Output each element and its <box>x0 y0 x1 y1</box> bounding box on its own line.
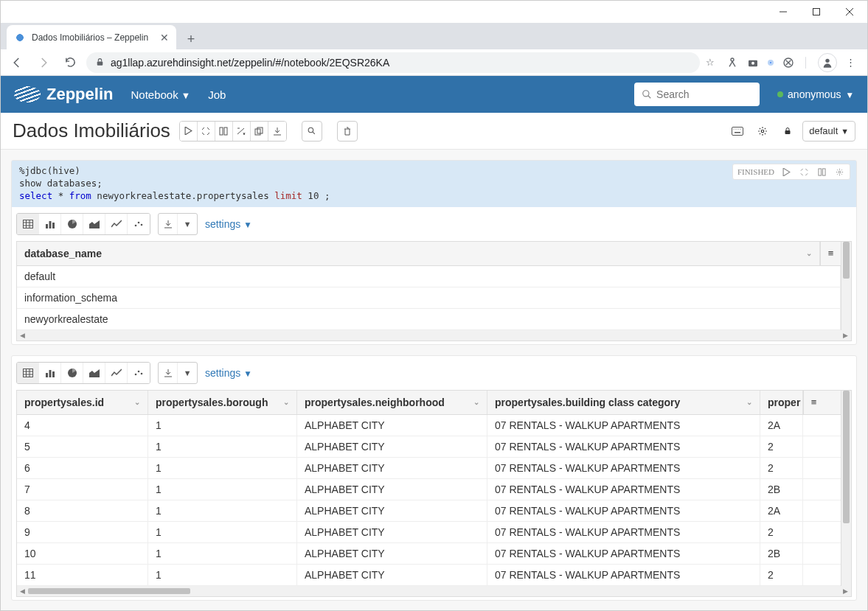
table-view-button[interactable] <box>17 363 39 383</box>
table-row[interactable]: newyorkrealestate <box>17 309 841 330</box>
keyboard-icon[interactable] <box>727 121 748 142</box>
window-maximize-button[interactable] <box>799 1 833 22</box>
cell: 07 RENTALS - WALKUP APARTMENTS <box>487 565 760 585</box>
col-header[interactable]: proper <box>760 391 803 414</box>
download-button[interactable] <box>159 214 178 234</box>
table-row[interactable]: 91ALPHABET CITY07 RENTALS - WALKUP APART… <box>17 522 841 543</box>
table-row[interactable]: 41ALPHABET CITY07 RENTALS - WALKUP APART… <box>17 415 841 436</box>
col-header[interactable]: propertysales.neighborhood⌄ <box>297 391 487 414</box>
table-row[interactable]: 71ALPHABET CITY07 RENTALS - WALKUP APART… <box>17 479 841 500</box>
back-button[interactable] <box>7 52 27 73</box>
result-settings-link[interactable]: settings ▼ <box>205 218 252 230</box>
close-icon[interactable]: ✕ <box>160 32 169 43</box>
cancel-icon[interactable] <box>782 57 794 69</box>
delete-note-button[interactable] <box>337 121 358 142</box>
star-icon[interactable]: ☆ <box>706 57 715 68</box>
run-paragraph-button[interactable] <box>780 166 792 178</box>
cell: 7 <box>17 479 148 500</box>
clone-note-button[interactable] <box>251 122 268 141</box>
bar-chart-button[interactable] <box>39 363 61 383</box>
chrome-address-bar: ag1llap.azurehdinsight.net/zeppelin/#/no… <box>1 49 867 76</box>
table-menu-button[interactable]: ≡ <box>820 242 841 265</box>
show-hide-code-button[interactable] <box>198 122 215 141</box>
area-chart-button[interactable] <box>83 363 105 383</box>
chevron-down-icon[interactable]: ⌄ <box>746 398 752 406</box>
scatter-chart-button[interactable] <box>128 363 150 383</box>
cell: 07 RENTALS - WALKUP APARTMENTS <box>487 458 760 478</box>
notebook-dropdown[interactable]: Notebook ▼ <box>131 88 190 101</box>
cell: ALPHABET CITY <box>297 436 487 457</box>
address-bar[interactable]: ag1llap.azurehdinsight.net/zeppelin/#/no… <box>86 52 700 73</box>
pie-chart-button[interactable] <box>61 363 83 383</box>
forward-button[interactable] <box>33 52 54 73</box>
ext-icon[interactable] <box>726 57 738 69</box>
interpreter-binding-dropdown[interactable]: default▼ <box>802 121 855 142</box>
record-icon[interactable] <box>768 60 774 66</box>
cell: 07 RENTALS - WALKUP APARTMENTS <box>487 500 760 521</box>
note-title[interactable]: Dados Imobiliários <box>13 119 170 142</box>
export-note-button[interactable] <box>268 122 286 141</box>
camera-icon[interactable] <box>747 57 759 69</box>
vertical-scrollbar[interactable] <box>841 242 851 330</box>
chevron-down-icon[interactable]: ⌄ <box>283 398 289 406</box>
cell: 4 <box>17 415 148 436</box>
cell: newyorkrealestate <box>17 309 841 329</box>
lock-icon[interactable] <box>777 121 798 142</box>
col-header[interactable]: propertysales.building class category⌄ <box>487 391 760 414</box>
area-chart-button[interactable] <box>83 214 105 234</box>
col-header[interactable]: propertysales.id⌄ <box>17 391 148 414</box>
table-row[interactable]: default <box>17 266 841 287</box>
search-code-button[interactable] <box>302 121 322 142</box>
download-button[interactable] <box>159 363 178 383</box>
svg-rect-15 <box>220 128 223 135</box>
chevron-down-icon[interactable]: ⌄ <box>134 398 140 406</box>
clear-output-button[interactable] <box>233 122 251 141</box>
reload-button[interactable] <box>60 52 80 73</box>
cell: 07 RENTALS - WALKUP APARTMENTS <box>487 522 760 542</box>
new-tab-button[interactable]: + <box>181 29 201 49</box>
bar-chart-button[interactable] <box>39 214 61 234</box>
browser-tab[interactable]: Dados Imobiliários – Zeppelin ✕ <box>7 25 176 49</box>
chevron-down-icon[interactable]: ⌄ <box>473 398 479 406</box>
window-minimize-button[interactable] <box>766 1 799 22</box>
search-input[interactable] <box>656 88 752 100</box>
table-row[interactable]: information_schema <box>17 287 841 309</box>
user-menu[interactable]: anonymous ▼ <box>777 88 854 100</box>
chevron-down-icon[interactable]: ⌄ <box>806 249 812 257</box>
code-editor[interactable]: %jdbc(hive) show databases; select * fro… <box>12 161 856 207</box>
vertical-scrollbar[interactable] <box>841 391 851 586</box>
download-menu-button[interactable]: ▼ <box>178 363 197 383</box>
cell: 1 <box>148 415 297 436</box>
table-view-button[interactable] <box>17 214 39 234</box>
col-header[interactable]: propertysales.borough⌄ <box>148 391 297 414</box>
hide-output-button[interactable] <box>816 166 827 178</box>
svg-rect-51 <box>49 370 51 377</box>
paragraph-settings-button[interactable] <box>833 166 845 178</box>
search-box[interactable] <box>634 83 760 106</box>
table-row[interactable]: 51ALPHABET CITY07 RENTALS - WALKUP APART… <box>17 436 841 458</box>
job-link[interactable]: Job <box>208 88 226 101</box>
table-menu-button[interactable]: ≡ <box>803 391 824 414</box>
line-chart-button[interactable] <box>105 363 128 383</box>
hide-editor-button[interactable] <box>798 166 810 178</box>
pie-chart-button[interactable] <box>61 214 83 234</box>
gear-icon[interactable] <box>752 121 773 142</box>
horizontal-scrollbar[interactable]: ◀▶ <box>17 330 851 341</box>
svg-rect-28 <box>785 130 791 134</box>
show-hide-output-button[interactable] <box>215 122 233 141</box>
col-header-database-name[interactable]: database_name⌄ <box>17 242 820 265</box>
chrome-menu-button[interactable]: ⋮ <box>846 57 855 68</box>
profile-button[interactable] <box>818 53 837 72</box>
run-all-button[interactable] <box>180 122 198 141</box>
table-row[interactable]: 101ALPHABET CITY07 RENTALS - WALKUP APAR… <box>17 543 841 565</box>
window-close-button[interactable] <box>833 1 866 22</box>
line-chart-button[interactable] <box>105 214 128 234</box>
result-settings-link[interactable]: settings ▼ <box>205 367 252 379</box>
horizontal-scrollbar[interactable]: ◀▶ <box>17 586 851 596</box>
scatter-chart-button[interactable] <box>128 214 150 234</box>
table-row[interactable]: 81ALPHABET CITY07 RENTALS - WALKUP APART… <box>17 500 841 522</box>
table-row[interactable]: 111ALPHABET CITY07 RENTALS - WALKUP APAR… <box>17 565 841 586</box>
zeppelin-logo[interactable]: Zeppelin <box>14 85 113 104</box>
table-row[interactable]: 61ALPHABET CITY07 RENTALS - WALKUP APART… <box>17 458 841 479</box>
download-menu-button[interactable]: ▼ <box>178 214 197 234</box>
